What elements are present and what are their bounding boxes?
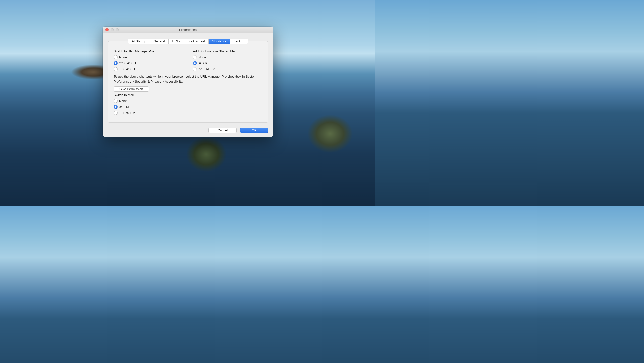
- zoom-button: [116, 28, 119, 31]
- cancel-button[interactable]: Cancel: [208, 128, 237, 133]
- radio-row-bookmark-cmd-k[interactable]: ⌘ + K: [193, 61, 262, 65]
- radio-mail-none-label: None: [119, 99, 127, 103]
- radio-bookmark-cmd-k[interactable]: [193, 61, 197, 65]
- radio-mail-cmd-m[interactable]: [114, 105, 118, 109]
- radio-mail-shift-cmd-m-label: ⇧ + ⌘ + M: [119, 111, 135, 115]
- add-bookmark-group: None ⌘ + K ⌥ + ⌘ + K: [193, 55, 262, 71]
- traffic-lights: [103, 28, 119, 31]
- radio-url-none-label: None: [119, 55, 127, 59]
- radio-row-bookmark-none[interactable]: None: [193, 55, 262, 59]
- radio-bookmark-none-label: None: [198, 55, 206, 59]
- radio-row-url-shift-cmd-u[interactable]: ⇧ + ⌘ + U: [114, 67, 183, 71]
- tab-look-and-feel[interactable]: Look & Feel: [184, 39, 209, 44]
- tab-shortcuts[interactable]: Shortcuts: [209, 39, 230, 44]
- switch-url-manager-group: None ⌥ + ⌘ + U ⇧ + ⌘ + U: [114, 55, 183, 71]
- radio-bookmark-opt-cmd-k-label: ⌥ + ⌘ + K: [198, 67, 215, 71]
- footer-buttons: Cancel OK: [108, 128, 268, 133]
- content-panel: Switch to URL Manager Pro None ⌥ + ⌘ + U: [108, 41, 268, 123]
- radio-bookmark-opt-cmd-k[interactable]: [193, 67, 197, 71]
- radio-url-opt-cmd-u[interactable]: [114, 61, 118, 65]
- give-permission-button[interactable]: Give Permission: [114, 86, 149, 92]
- radio-bookmark-none[interactable]: [193, 55, 197, 59]
- radio-bookmark-cmd-k-label: ⌘ + K: [198, 61, 208, 65]
- switch-url-manager-label: Switch to URL Manager Pro: [114, 49, 183, 53]
- radio-url-none[interactable]: [114, 55, 118, 59]
- ok-button[interactable]: OK: [240, 128, 268, 133]
- tab-at-startup[interactable]: At Startup: [128, 39, 150, 44]
- radio-row-bookmark-opt-cmd-k[interactable]: ⌥ + ⌘ + K: [193, 67, 262, 71]
- minimize-button: [111, 28, 114, 31]
- window-body: At Startup General URLs Look & Feel Shor…: [103, 33, 273, 137]
- radio-mail-none[interactable]: [114, 99, 118, 103]
- left-column: Switch to URL Manager Pro None ⌥ + ⌘ + U: [114, 49, 183, 74]
- radio-row-mail-none[interactable]: None: [114, 99, 262, 103]
- radio-url-shift-cmd-u-label: ⇧ + ⌘ + U: [119, 67, 135, 71]
- window-titlebar[interactable]: Preferences: [103, 27, 273, 33]
- radio-url-shift-cmd-u[interactable]: [114, 67, 118, 71]
- tab-bar: At Startup General URLs Look & Feel Shor…: [108, 39, 268, 44]
- preferences-window: Preferences At Startup General URLs Look…: [103, 27, 273, 137]
- radio-row-url-none[interactable]: None: [114, 55, 183, 59]
- radio-row-mail-shift-cmd-m[interactable]: ⇧ + ⌘ + M: [114, 111, 262, 115]
- radio-row-url-opt-cmd-u[interactable]: ⌥ + ⌘ + U: [114, 61, 183, 65]
- tab-general[interactable]: General: [150, 39, 169, 44]
- radio-url-opt-cmd-u-label: ⌥ + ⌘ + U: [119, 61, 136, 65]
- switch-mail-group: None ⌘ + M ⇧ + ⌘ + M: [114, 99, 262, 115]
- radio-mail-shift-cmd-m[interactable]: [114, 111, 118, 115]
- close-button[interactable]: [105, 28, 109, 31]
- tab-backup[interactable]: Backup: [230, 39, 248, 44]
- radio-mail-cmd-m-label: ⌘ + M: [119, 105, 129, 109]
- tab-urls[interactable]: URLs: [169, 39, 184, 44]
- switch-mail-label: Switch to Mail: [114, 93, 262, 97]
- permission-info-text: To use the above shortcuts while in your…: [114, 74, 262, 84]
- add-bookmark-label: Add Bookmark in Shared Menu: [193, 49, 262, 53]
- radio-row-mail-cmd-m[interactable]: ⌘ + M: [114, 105, 262, 109]
- right-column: Add Bookmark in Shared Menu None ⌘ + K: [193, 49, 262, 74]
- window-title: Preferences: [103, 28, 273, 32]
